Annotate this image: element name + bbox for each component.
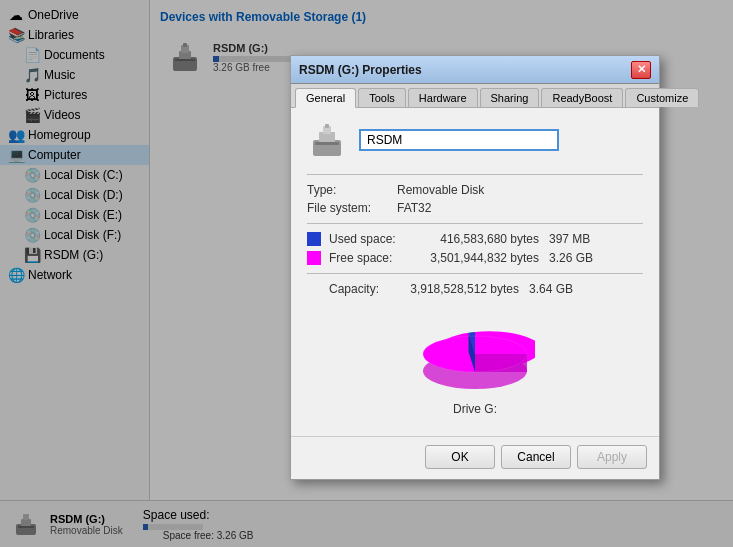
dialog-body: Type: Removable Disk File system: FAT32 … [291, 108, 659, 436]
drive-name-input[interactable] [359, 129, 559, 151]
used-space-readable: 397 MB [549, 232, 590, 246]
tab-tools[interactable]: Tools [358, 88, 406, 107]
dialog-footer: OK Cancel Apply [291, 436, 659, 479]
tab-general[interactable]: General [295, 88, 356, 108]
cancel-button[interactable]: Cancel [501, 445, 571, 469]
dialog-close-button[interactable]: ✕ [631, 61, 651, 79]
separator-1 [307, 174, 643, 175]
svg-rect-12 [315, 142, 339, 145]
type-value: Removable Disk [397, 183, 484, 197]
drive-icon-large [307, 120, 347, 160]
used-space-label: Used space: [329, 232, 419, 246]
free-space-readable: 3.26 GB [549, 251, 593, 265]
tab-sharing[interactable]: Sharing [480, 88, 540, 107]
used-space-row: Used space: 416,583,680 bytes 397 MB [307, 232, 643, 246]
capacity-bytes: 3,918,528,512 bytes [399, 282, 519, 296]
capacity-label: Capacity: [329, 282, 399, 296]
tab-readyboost[interactable]: ReadyBoost [541, 88, 623, 107]
type-row: Type: Removable Disk [307, 183, 643, 197]
dialog-tabs: General Tools Hardware Sharing ReadyBoos… [291, 84, 659, 108]
used-color-box [307, 232, 321, 246]
separator-3 [307, 273, 643, 274]
tab-customize[interactable]: Customize [625, 88, 699, 107]
drive-label: Drive G: [453, 402, 497, 416]
drive-header [307, 120, 643, 160]
dialog-title: RSDM (G:) Properties [299, 63, 422, 77]
fs-row: File system: FAT32 [307, 201, 643, 215]
free-space-label: Free space: [329, 251, 419, 265]
ok-button[interactable]: OK [425, 445, 495, 469]
free-space-row: Free space: 3,501,944,832 bytes 3.26 GB [307, 251, 643, 265]
used-space-bytes: 416,583,680 bytes [419, 232, 539, 246]
separator-2 [307, 223, 643, 224]
fs-value: FAT32 [397, 201, 431, 215]
fs-label: File system: [307, 201, 397, 215]
svg-rect-13 [325, 124, 329, 128]
type-label: Type: [307, 183, 397, 197]
pie-chart [415, 306, 535, 396]
pie-chart-container: Drive G: [307, 306, 643, 416]
tab-hardware[interactable]: Hardware [408, 88, 478, 107]
capacity-row: Capacity: 3,918,528,512 bytes 3.64 GB [329, 282, 643, 296]
dialog-titlebar: RSDM (G:) Properties ✕ [291, 56, 659, 84]
apply-button[interactable]: Apply [577, 445, 647, 469]
free-space-bytes: 3,501,944,832 bytes [419, 251, 539, 265]
properties-dialog: RSDM (G:) Properties ✕ General Tools Har… [290, 55, 660, 480]
free-color-box [307, 251, 321, 265]
capacity-readable: 3.64 GB [529, 282, 573, 296]
